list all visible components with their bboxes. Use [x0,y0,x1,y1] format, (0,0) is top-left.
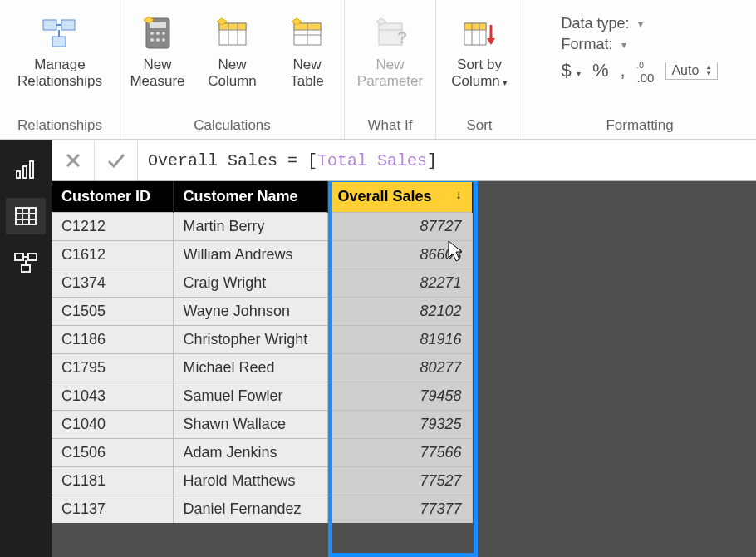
formula-cancel-button[interactable] [52,140,95,180]
group-label-relationships: Relationships [5,114,115,139]
cell-id[interactable]: C1043 [52,382,173,411]
svg-rect-2 [52,37,66,47]
cell-id[interactable]: C1506 [52,439,173,467]
new-column-label: NewColumn [208,57,257,91]
table-row[interactable]: C1374Craig Wright82271 [52,269,472,298]
ribbon-group-formatting: Data type: ▾ Format: ▾ $ ▾ % , .0.00 Aut… [523,0,756,139]
chevron-down-icon: ▾ [577,69,581,78]
ribbon: ManageRelationships Relationships NewMea… [0,0,756,140]
table-row[interactable]: C1186Christopher Wright81916 [52,326,472,354]
cell-id[interactable]: C1212 [52,213,173,241]
cell-sales[interactable]: 77377 [327,495,472,524]
ribbon-group-whatif: ? NewParameter What If [345,0,436,139]
manage-relationships-label: ManageRelationships [17,57,102,91]
sort-by-column-button[interactable]: Sort byColumn ▾ [443,10,516,110]
sort-icon [459,13,499,53]
cell-name[interactable]: Craig Wright [173,269,327,298]
model-view-button[interactable] [6,244,46,281]
svg-rect-6 [150,22,166,28]
data-view-button[interactable] [6,198,46,234]
cell-name[interactable]: Shawn Wallace [173,411,327,439]
table-row[interactable]: C1212Martin Berry87727 [52,213,472,241]
table-row[interactable]: C1137Daniel Fernandez77377 [52,495,472,524]
chevron-down-icon: ▾ [621,39,626,51]
ribbon-group-relationships: ManageRelationships Relationships [0,0,120,139]
format-label: Format: [562,36,613,53]
chevron-down-icon: ▾ [638,18,643,30]
column-header-id[interactable]: Customer ID [52,181,173,213]
table-row[interactable]: C1181Harold Matthews77527 [52,467,472,495]
new-column-icon [213,13,253,53]
data-table-wrap: Customer ID Customer Name Overall Sales … [52,181,756,557]
cell-sales[interactable]: 87727 [327,213,472,241]
cell-name[interactable]: Adam Jenkins [173,439,327,467]
cell-sales[interactable]: 77527 [327,467,472,495]
cell-id[interactable]: C1505 [52,298,173,326]
table-row[interactable]: C1612William Andrews86603 [52,241,472,269]
cell-name[interactable]: Daniel Fernandez [173,495,327,524]
cell-name[interactable]: Harold Matthews [173,467,327,495]
svg-point-8 [156,32,160,35]
formula-reference: Total Sales [317,151,427,170]
cell-id[interactable]: C1374 [52,269,173,298]
svg-rect-30 [23,166,27,178]
datatype-label: Data type: [562,15,630,32]
cell-id[interactable]: C1181 [52,467,173,495]
table-row[interactable]: C1040Shawn Wallace79325 [52,411,472,439]
workspace: Overall Sales = [Total Sales] Customer I… [0,140,756,557]
new-measure-button[interactable]: NewMeasure [121,10,194,110]
cell-sales[interactable]: 79458 [327,382,472,411]
svg-point-11 [156,38,160,42]
cell-sales[interactable]: 82271 [327,269,472,298]
svg-rect-29 [17,171,20,178]
new-column-button[interactable]: NewColumn [196,10,269,110]
cell-name[interactable]: Martin Berry [173,213,327,241]
report-view-button[interactable] [6,151,46,188]
column-header-name[interactable]: Customer Name [173,181,327,213]
cell-name[interactable]: Michael Reed [173,354,327,382]
spinner-icon[interactable]: ▲▼ [705,64,712,77]
cell-sales[interactable]: 79325 [327,411,472,439]
manage-relationships-button[interactable]: ManageRelationships [23,10,96,110]
sort-desc-icon: ↓ [456,188,462,201]
cell-name[interactable]: William Andrews [173,241,327,269]
cell-sales[interactable]: 77566 [327,439,472,467]
percent-button[interactable]: % [592,60,609,81]
group-label-whatif: What If [350,114,430,139]
cell-sales[interactable]: 86603 [327,241,472,269]
cell-sales[interactable]: 80277 [327,354,472,382]
svg-point-9 [162,32,165,35]
cell-name[interactable]: Wayne Johnson [173,298,327,326]
formula-input[interactable]: Overall Sales = [Total Sales] [138,151,756,170]
formula-commit-button[interactable] [95,140,138,180]
table-row[interactable]: C1795Michael Reed80277 [52,354,472,382]
formula-prefix: Overall Sales = [148,151,307,170]
cell-id[interactable]: C1137 [52,495,173,524]
svg-rect-39 [22,265,30,272]
comma-button[interactable]: , [620,60,625,81]
cell-name[interactable]: Christopher Wright [173,326,327,354]
table-row[interactable]: C1506Adam Jenkins77566 [52,439,472,467]
cell-sales[interactable]: 82102 [327,298,472,326]
cell-id[interactable]: C1040 [52,411,173,439]
content-area: Overall Sales = [Total Sales] Customer I… [52,140,756,557]
format-dropdown[interactable]: Format: ▾ [562,36,719,53]
table-row[interactable]: C1043Samuel Fowler79458 [52,382,472,411]
cell-name[interactable]: Samuel Fowler [173,382,327,411]
cell-id[interactable]: C1795 [52,354,173,382]
decimals-button[interactable]: .0.00 [637,57,655,85]
ribbon-group-calculations: NewMeasure NewColumn [120,0,345,139]
group-label-calculations: Calculations [125,114,339,139]
decimal-places-input[interactable]: Auto ▲▼ [665,62,718,80]
column-header-sales[interactable]: Overall Sales ↓ [327,181,472,213]
formula-close-bracket: ] [427,151,437,170]
datatype-dropdown[interactable]: Data type: ▾ [562,15,719,32]
cell-id[interactable]: C1186 [52,326,173,354]
sort-by-column-label: Sort byColumn ▾ [451,57,508,91]
currency-button[interactable]: $ ▾ [562,60,581,81]
svg-point-12 [162,38,165,42]
cell-sales[interactable]: 81916 [327,326,472,354]
new-table-button[interactable]: NewTable [271,10,344,110]
table-row[interactable]: C1505Wayne Johnson82102 [52,298,472,326]
cell-id[interactable]: C1612 [52,241,173,269]
